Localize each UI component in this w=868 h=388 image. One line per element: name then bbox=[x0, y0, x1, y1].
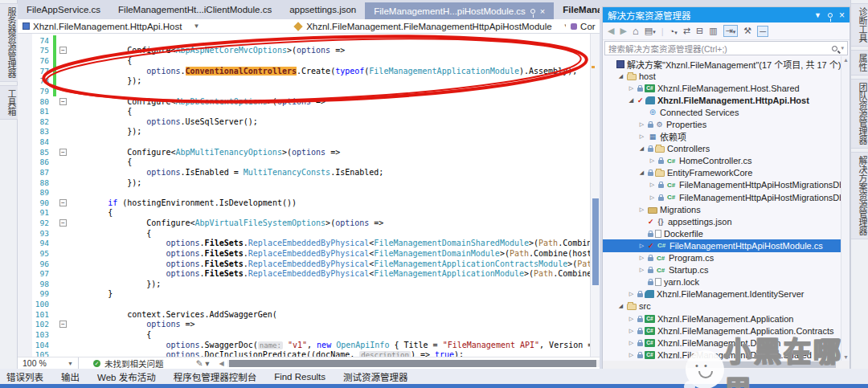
tree-item[interactable]: ▷C#Startup.cs bbox=[603, 264, 850, 276]
tree-item[interactable]: yarn.lock bbox=[603, 276, 850, 288]
expanded-arrow-icon[interactable]: ◢ bbox=[627, 97, 636, 104]
editor-vertical-scrollbar[interactable] bbox=[590, 34, 600, 357]
rail-tab[interactable]: 服务器资源管理器 bbox=[0, 3, 18, 82]
code-line[interactable]: 97 options.FileSets.ReplaceEmbeddedByPhy… bbox=[18, 268, 600, 279]
window-position-icon[interactable]: ▼ bbox=[814, 11, 821, 19]
code-editor[interactable]: 7475− Configure<AbpAspNetCoreMvcOptions>… bbox=[18, 34, 600, 357]
tree-item[interactable]: ✓{}appsettings.json bbox=[603, 215, 850, 227]
tree-item[interactable]: ◢EntityFrameworkCore bbox=[603, 167, 850, 179]
collapsed-arrow-icon[interactable]: ▷ bbox=[637, 121, 646, 128]
pending-changes-filter-icon[interactable]: ◔▾ bbox=[669, 27, 678, 36]
bottom-panel-tab[interactable]: 输出 bbox=[61, 370, 80, 383]
wrench-icon[interactable]: ⚒ bbox=[743, 26, 751, 36]
tree-item[interactable]: ▷C#Xhznl.FileManagement.Application bbox=[603, 312, 850, 325]
scroll-down-arrow[interactable]: ▼ bbox=[843, 354, 849, 360]
solution-explorer-titlebar[interactable]: 解决方案资源管理器 ▼ × bbox=[603, 7, 850, 22]
scrollbar-thumb[interactable] bbox=[687, 361, 836, 368]
editor-horizontal-scrollbar[interactable] bbox=[227, 360, 600, 367]
switch-views-icon[interactable]: ▤▾ bbox=[645, 26, 656, 36]
code-line[interactable]: 85− Configure<AbpMultiTenancyOptions>(op… bbox=[18, 147, 600, 157]
code-line[interactable]: 92− Configure<AbpVirtualFileSystemOption… bbox=[18, 218, 600, 228]
collapsed-arrow-icon[interactable]: ▷ bbox=[627, 85, 636, 92]
bottom-panel-tab[interactable]: 程序包管理器控制台 bbox=[174, 370, 257, 383]
code-line[interactable]: 89 bbox=[18, 187, 600, 198]
collapsed-arrow-icon[interactable]: ▷ bbox=[637, 243, 646, 249]
properties-icon[interactable]: ▥ bbox=[709, 26, 717, 36]
collapsed-arrow-icon[interactable]: ▷ bbox=[627, 291, 636, 297]
tree-item[interactable]: ▷C#Xhznl.FileManagement.Application.Cont… bbox=[603, 325, 850, 337]
code-line[interactable]: 76 { bbox=[18, 55, 600, 66]
code-line[interactable]: 102− options => bbox=[18, 320, 600, 330]
tree-item[interactable]: ▷⚙Properties bbox=[603, 118, 850, 130]
tree-item[interactable]: ▷▦依赖项 bbox=[603, 131, 850, 143]
scroll-up-arrow[interactable]: ▲ bbox=[843, 57, 849, 63]
rail-tab[interactable]: 诊断工具 bbox=[851, 3, 868, 47]
sync-with-active-document-icon[interactable]: ⇥▾ bbox=[723, 25, 739, 37]
code-line[interactable]: 82 options.UseSqlServer(); bbox=[18, 116, 600, 127]
code-line[interactable]: 84 bbox=[18, 137, 600, 147]
document-tab[interactable]: FileAppService.cs bbox=[18, 2, 109, 19]
tree-item[interactable]: ▷Migrations bbox=[603, 203, 850, 215]
fold-collapse-icon[interactable]: − bbox=[59, 199, 67, 206]
tree-item[interactable]: ◢Controllers bbox=[603, 143, 850, 155]
rail-tab[interactable]: 属性 bbox=[851, 50, 868, 76]
code-line[interactable]: 74 bbox=[18, 35, 600, 46]
code-line[interactable]: 93 { bbox=[18, 228, 600, 239]
expanded-arrow-icon[interactable]: ◢ bbox=[637, 145, 646, 152]
code-line[interactable]: 103 { bbox=[18, 329, 600, 340]
tree-horizontal-scrollbar[interactable] bbox=[603, 361, 850, 369]
refresh-icon[interactable]: ⇄ bbox=[683, 26, 690, 36]
tree-item[interactable]: ⊕Connected Services bbox=[603, 106, 850, 118]
scroll-left-arrow[interactable]: ◀ bbox=[219, 360, 224, 367]
code-line[interactable]: 86 { bbox=[18, 157, 600, 168]
document-tab[interactable]: appsettings.json bbox=[280, 2, 365, 19]
bottom-panel-tab[interactable]: Find Results bbox=[274, 372, 326, 382]
collapsed-arrow-icon[interactable]: ▷ bbox=[627, 316, 636, 322]
fold-collapse-icon[interactable]: − bbox=[59, 149, 67, 156]
code-line[interactable]: 80− Configure<AbpDbContextOptions>(optio… bbox=[18, 96, 600, 107]
tree-item[interactable]: ▷✓C#FileManagementHttpApiHostModule.cs bbox=[603, 239, 850, 251]
bottom-panel-tab[interactable]: 错误列表 bbox=[6, 370, 43, 383]
tree-item[interactable]: ▷C#Program.cs bbox=[603, 252, 850, 264]
tree-item[interactable]: Dockerfile bbox=[603, 227, 850, 239]
breadcrumb-project[interactable]: Xhznl.FileManagement.HttpApi.Host ▼ bbox=[18, 19, 289, 33]
tree-item[interactable]: ▷C#FileManagementHttpApiHostMigrationsDb… bbox=[603, 179, 850, 191]
code-line[interactable]: 75− Configure<AbpAspNetCoreMvcOptions>(o… bbox=[18, 46, 600, 56]
tree-item[interactable]: ▷C#Xhznl.FileManagement.Domain bbox=[603, 337, 850, 349]
collapsed-arrow-icon[interactable]: ▷ bbox=[648, 157, 657, 164]
code-line[interactable]: 81 { bbox=[18, 106, 600, 116]
expanded-arrow-icon[interactable]: ◢ bbox=[616, 303, 625, 309]
code-line[interactable]: 77 options.ConventionalControllers.Creat… bbox=[18, 66, 600, 76]
collapsed-arrow-icon[interactable]: ▷ bbox=[627, 340, 636, 346]
tree-item[interactable]: ▷C#Xhznl.FileManagement.Domain.Shared bbox=[603, 349, 850, 361]
close-icon[interactable]: × bbox=[839, 10, 845, 21]
rail-tab[interactable]: 解决方案资源管理器 bbox=[851, 152, 868, 239]
expanded-arrow-icon[interactable]: ◢ bbox=[616, 73, 625, 80]
collapsed-arrow-icon[interactable]: ▷ bbox=[627, 328, 636, 334]
fold-collapse-icon[interactable]: − bbox=[59, 47, 67, 54]
home-icon[interactable]: ⌂ bbox=[633, 25, 639, 37]
pin-icon[interactable] bbox=[530, 9, 535, 14]
collapsed-arrow-icon[interactable]: ▷ bbox=[637, 206, 646, 213]
tree-vertical-scrollbar[interactable]: ▲ ▼ bbox=[841, 56, 850, 361]
collapsed-arrow-icon[interactable]: ▷ bbox=[648, 194, 657, 201]
bottom-panel-tab[interactable]: 测试资源管理器 bbox=[343, 370, 408, 383]
tree-item[interactable]: ▷C#HomeController.cs bbox=[603, 155, 850, 167]
scrollbar-thumb[interactable] bbox=[592, 198, 599, 285]
fold-collapse-icon[interactable]: − bbox=[59, 321, 67, 328]
forward-icon[interactable]: ▶ bbox=[620, 26, 626, 36]
code-cleanup-icon[interactable]: ✎ ▾ bbox=[196, 358, 210, 368]
code-line[interactable]: 105 options.DocInclusionPredicate((docNa… bbox=[18, 349, 600, 357]
tree-item[interactable]: ▷C#Xhznl.FileManagement.Host.Shared bbox=[603, 82, 850, 94]
breadcrumb-member[interactable]: Cor bbox=[566, 19, 600, 33]
tree-item[interactable]: ▷Xhznl.FileManagement.IdentityServer bbox=[603, 288, 850, 300]
scrollbar-thumb[interactable] bbox=[229, 360, 596, 367]
code-line[interactable]: 100 bbox=[18, 299, 600, 309]
code-line[interactable]: 78 }); bbox=[18, 76, 600, 87]
code-line[interactable]: 104 options.SwaggerDoc(name: "v1", new O… bbox=[18, 340, 600, 350]
preview-selected-items-icon[interactable]: ─ bbox=[757, 26, 768, 37]
rail-tab[interactable]: 团队资源管理器 bbox=[851, 79, 868, 149]
rail-tab[interactable]: 工具箱 bbox=[0, 85, 18, 120]
code-line[interactable]: 88 }); bbox=[18, 178, 600, 188]
close-icon[interactable]: × bbox=[540, 6, 545, 16]
